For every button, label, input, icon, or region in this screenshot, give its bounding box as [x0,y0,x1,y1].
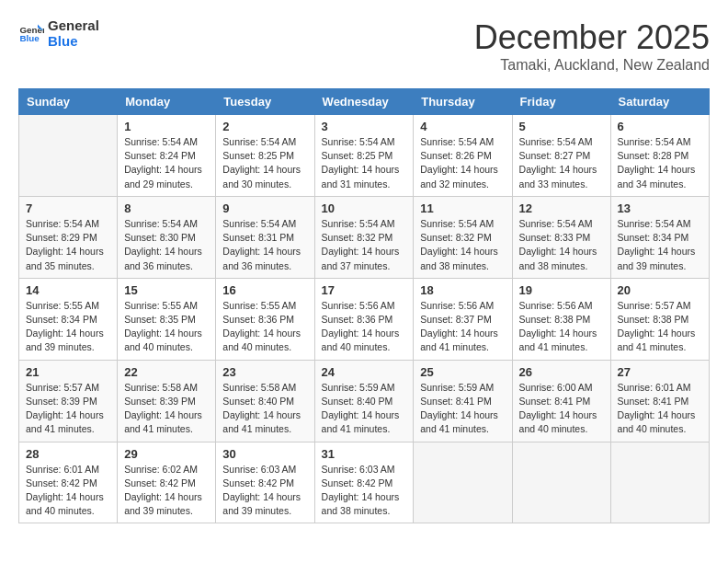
calendar-day-cell: 20Sunrise: 5:57 AM Sunset: 8:38 PM Dayli… [610,278,709,360]
day-number: 5 [519,120,604,133]
day-of-week-header: Sunday [19,89,118,115]
calendar-table: SundayMondayTuesdayWednesdayThursdayFrid… [18,88,710,523]
calendar-day-cell: 12Sunrise: 5:54 AM Sunset: 8:33 PM Dayli… [512,196,610,278]
day-info: Sunrise: 5:57 AM Sunset: 8:39 PM Dayligh… [26,381,110,437]
day-number: 28 [26,447,110,461]
day-info: Sunrise: 5:56 AM Sunset: 8:37 PM Dayligh… [420,299,505,355]
calendar-header-row: SundayMondayTuesdayWednesdayThursdayFrid… [19,89,710,115]
logo-blue-text: Blue [48,34,99,50]
day-info: Sunrise: 6:01 AM Sunset: 8:42 PM Dayligh… [26,463,110,519]
calendar-day-cell: 18Sunrise: 5:56 AM Sunset: 8:37 PM Dayli… [414,278,512,360]
calendar-day-cell: 16Sunrise: 5:55 AM Sunset: 8:36 PM Dayli… [216,278,314,360]
day-number: 11 [420,201,505,215]
day-of-week-header: Tuesday [216,89,314,115]
day-info: Sunrise: 5:58 AM Sunset: 8:39 PM Dayligh… [124,381,209,437]
calendar-day-cell: 11Sunrise: 5:54 AM Sunset: 8:32 PM Dayli… [414,196,512,278]
calendar-day-cell [19,115,118,197]
calendar-day-cell: 23Sunrise: 5:58 AM Sunset: 8:40 PM Dayli… [216,360,314,442]
day-number: 26 [519,365,604,379]
calendar-day-cell: 5Sunrise: 5:54 AM Sunset: 8:27 PM Daylig… [512,115,610,197]
day-info: Sunrise: 5:54 AM Sunset: 8:30 PM Dayligh… [124,217,209,273]
calendar-day-cell: 14Sunrise: 5:55 AM Sunset: 8:34 PM Dayli… [19,278,118,360]
calendar-week-row: 28Sunrise: 6:01 AM Sunset: 8:42 PM Dayli… [19,442,710,523]
day-number: 1 [124,120,209,133]
day-number: 3 [322,120,407,133]
day-info: Sunrise: 5:54 AM Sunset: 8:31 PM Dayligh… [222,217,307,273]
day-info: Sunrise: 5:58 AM Sunset: 8:40 PM Dayligh… [222,381,307,437]
day-info: Sunrise: 5:54 AM Sunset: 8:34 PM Dayligh… [618,217,702,273]
calendar-day-cell: 19Sunrise: 5:56 AM Sunset: 8:38 PM Dayli… [512,278,610,360]
calendar-week-row: 14Sunrise: 5:55 AM Sunset: 8:34 PM Dayli… [19,278,710,360]
calendar-day-cell: 6Sunrise: 5:54 AM Sunset: 8:28 PM Daylig… [610,115,709,197]
calendar-day-cell: 28Sunrise: 6:01 AM Sunset: 8:42 PM Dayli… [19,442,118,523]
calendar-week-row: 21Sunrise: 5:57 AM Sunset: 8:39 PM Dayli… [19,360,710,442]
calendar-day-cell: 15Sunrise: 5:55 AM Sunset: 8:35 PM Dayli… [118,278,216,360]
calendar-day-cell: 31Sunrise: 6:03 AM Sunset: 8:42 PM Dayli… [314,442,414,523]
calendar-day-cell: 3Sunrise: 5:54 AM Sunset: 8:25 PM Daylig… [314,115,414,197]
day-number: 7 [26,201,110,215]
day-of-week-header: Thursday [414,89,512,115]
calendar-day-cell [610,442,709,523]
day-info: Sunrise: 6:02 AM Sunset: 8:42 PM Dayligh… [124,463,209,519]
day-info: Sunrise: 5:54 AM Sunset: 8:25 PM Dayligh… [222,135,307,191]
day-number: 17 [322,283,407,297]
calendar-week-row: 1Sunrise: 5:54 AM Sunset: 8:24 PM Daylig… [19,115,710,197]
calendar-day-cell: 22Sunrise: 5:58 AM Sunset: 8:39 PM Dayli… [118,360,216,442]
month-title: December 2025 [474,18,710,57]
day-number: 6 [618,120,702,133]
day-info: Sunrise: 5:54 AM Sunset: 8:27 PM Dayligh… [519,135,604,191]
calendar-day-cell: 4Sunrise: 5:54 AM Sunset: 8:26 PM Daylig… [414,115,512,197]
day-number: 31 [322,447,407,461]
day-info: Sunrise: 5:56 AM Sunset: 8:38 PM Dayligh… [519,299,604,355]
day-info: Sunrise: 5:59 AM Sunset: 8:41 PM Dayligh… [420,381,505,437]
day-info: Sunrise: 5:55 AM Sunset: 8:36 PM Dayligh… [222,299,307,355]
logo-general-text: General [48,18,99,34]
calendar-day-cell [512,442,610,523]
day-info: Sunrise: 6:01 AM Sunset: 8:41 PM Dayligh… [618,381,702,437]
calendar-day-cell: 27Sunrise: 6:01 AM Sunset: 8:41 PM Dayli… [610,360,709,442]
calendar-day-cell: 13Sunrise: 5:54 AM Sunset: 8:34 PM Dayli… [610,196,709,278]
calendar-day-cell: 26Sunrise: 6:00 AM Sunset: 8:41 PM Dayli… [512,360,610,442]
day-number: 9 [222,201,307,215]
calendar-day-cell: 1Sunrise: 5:54 AM Sunset: 8:24 PM Daylig… [118,115,216,197]
svg-text:Blue: Blue [19,33,40,43]
day-number: 19 [519,283,604,297]
calendar-week-row: 7Sunrise: 5:54 AM Sunset: 8:29 PM Daylig… [19,196,710,278]
day-number: 21 [26,365,110,379]
day-info: Sunrise: 6:03 AM Sunset: 8:42 PM Dayligh… [222,463,307,519]
day-of-week-header: Monday [118,89,216,115]
day-of-week-header: Friday [512,89,610,115]
logo-icon: General Blue [18,21,44,47]
day-info: Sunrise: 5:55 AM Sunset: 8:35 PM Dayligh… [124,299,209,355]
calendar-day-cell: 10Sunrise: 5:54 AM Sunset: 8:32 PM Dayli… [314,196,414,278]
day-info: Sunrise: 5:56 AM Sunset: 8:36 PM Dayligh… [322,299,407,355]
day-info: Sunrise: 5:54 AM Sunset: 8:24 PM Dayligh… [124,135,209,191]
day-number: 30 [222,447,307,461]
day-number: 16 [222,283,307,297]
day-number: 2 [222,120,307,133]
day-number: 12 [519,201,604,215]
day-info: Sunrise: 5:54 AM Sunset: 8:28 PM Dayligh… [618,135,702,191]
day-info: Sunrise: 5:54 AM Sunset: 8:32 PM Dayligh… [420,217,505,273]
day-number: 24 [322,365,407,379]
calendar-day-cell: 2Sunrise: 5:54 AM Sunset: 8:25 PM Daylig… [216,115,314,197]
day-number: 22 [124,365,209,379]
day-number: 29 [124,447,209,461]
day-info: Sunrise: 5:54 AM Sunset: 8:32 PM Dayligh… [322,217,407,273]
day-info: Sunrise: 5:55 AM Sunset: 8:34 PM Dayligh… [26,299,110,355]
day-number: 27 [618,365,702,379]
day-number: 13 [618,201,702,215]
day-number: 18 [420,283,505,297]
calendar-day-cell: 25Sunrise: 5:59 AM Sunset: 8:41 PM Dayli… [414,360,512,442]
calendar-day-cell: 29Sunrise: 6:02 AM Sunset: 8:42 PM Dayli… [118,442,216,523]
day-info: Sunrise: 6:00 AM Sunset: 8:41 PM Dayligh… [519,381,604,437]
day-number: 8 [124,201,209,215]
logo: General Blue General Blue [18,18,99,49]
day-number: 14 [26,283,110,297]
day-info: Sunrise: 5:54 AM Sunset: 8:25 PM Dayligh… [322,135,407,191]
calendar-day-cell: 21Sunrise: 5:57 AM Sunset: 8:39 PM Dayli… [19,360,118,442]
calendar-day-cell: 7Sunrise: 5:54 AM Sunset: 8:29 PM Daylig… [19,196,118,278]
calendar-day-cell: 8Sunrise: 5:54 AM Sunset: 8:30 PM Daylig… [118,196,216,278]
day-info: Sunrise: 5:57 AM Sunset: 8:38 PM Dayligh… [618,299,702,355]
day-info: Sunrise: 5:54 AM Sunset: 8:29 PM Dayligh… [26,217,110,273]
